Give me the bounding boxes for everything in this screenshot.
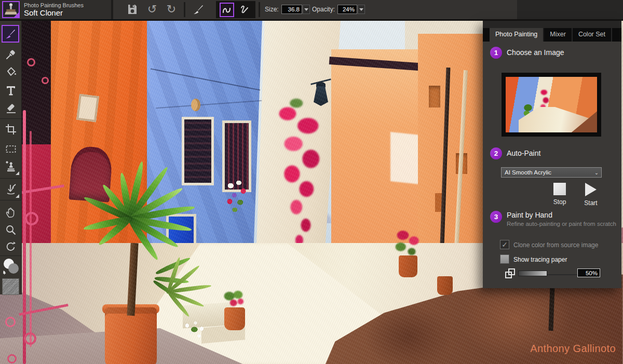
opacity-label: Opacity: [312, 6, 335, 13]
tool-mirror-paint[interactable] [2, 181, 20, 198]
scene-ornament [191, 99, 200, 111]
step-1-badge: 1 [490, 47, 502, 59]
artist-watermark: Anthony Gallinoto [530, 343, 616, 355]
scene-pot [399, 255, 417, 277]
step-2-badge: 2 [490, 147, 502, 159]
scene-fern [151, 253, 223, 316]
step-1-title: Choose an Image [507, 48, 564, 57]
tool-dropper[interactable] [2, 46, 20, 63]
stop-label: Stop [546, 198, 573, 206]
toolbar-separator [184, 2, 185, 17]
tracing-opacity-slider-fill[interactable] [518, 271, 547, 276]
size-dropdown-button[interactable] [303, 5, 310, 14]
hand-icon [5, 206, 17, 219]
size-label: Size: [265, 6, 279, 13]
tool-crop[interactable] [2, 120, 20, 138]
crop-icon [5, 123, 17, 136]
size-input[interactable]: 36.8 [281, 5, 302, 14]
zoom-icon [5, 224, 17, 236]
brush-category-label: Photo Painting Brushes [24, 2, 84, 9]
scene-window [429, 86, 440, 107]
start-label: Start [577, 199, 604, 207]
stop-icon [553, 183, 566, 195]
start-icon [585, 183, 597, 196]
straight-stroke-icon [239, 5, 250, 15]
tool-magnifier[interactable] [2, 221, 20, 239]
text-icon [5, 84, 17, 97]
stop-button[interactable]: Stop [546, 183, 573, 206]
photo-painting-panel: Photo Painting Mixer Color Set 1 Choose … [483, 21, 621, 288]
scene-plaque [76, 94, 99, 122]
brush-mode-button[interactable] [191, 2, 206, 17]
scene-pot [437, 276, 453, 295]
freehand-stroke-icon [222, 5, 232, 15]
tool-paint-bucket[interactable] [2, 63, 20, 81]
brush-icon [192, 3, 205, 16]
color-swap-control[interactable] [1, 258, 21, 276]
opacity-dropdown-button[interactable] [358, 5, 365, 14]
save-button[interactable] [125, 2, 140, 17]
scene-flower-box [222, 177, 252, 218]
panel-body: 1 Choose an Image 2 Auto-Paint AI Smooth… [483, 42, 621, 288]
toolbar-controls: ↺ ↻ [115, 0, 517, 19]
brush-selector[interactable]: Photo Painting Brushes Soft Cloner [0, 0, 113, 19]
tool-hand[interactable] [2, 204, 20, 221]
toolbox-divider [0, 178, 22, 179]
source-image-thumbnail[interactable] [502, 73, 601, 137]
tracing-paper-checkbox[interactable] [500, 254, 509, 264]
stamp-icon [3, 2, 19, 17]
freehand-stroke-button[interactable] [220, 3, 234, 17]
stroke-style-group [216, 1, 255, 18]
tool-brush[interactable] [2, 25, 19, 43]
tool-rotate-page[interactable] [2, 238, 20, 255]
color-swap-icon [1, 258, 21, 276]
opacity-input[interactable]: 24% [337, 5, 357, 14]
clone-color-checkbox[interactable]: ✓ [500, 240, 509, 249]
source-image-preview [506, 77, 597, 132]
tool-eraser[interactable] [2, 99, 20, 117]
redo-button[interactable]: ↻ [164, 2, 179, 17]
scene-white-flowers [179, 318, 215, 344]
eraser-icon [5, 102, 17, 114]
dropdown-arrow-icon [359, 8, 363, 11]
mirror-paint-icon [5, 183, 17, 196]
clone-color-label: Clone color from source image [513, 241, 598, 249]
straight-stroke-button[interactable] [237, 3, 252, 17]
undo-icon: ↺ [147, 3, 157, 16]
toolbar-right-filler [517, 0, 623, 19]
scene-bougainvillea [266, 99, 338, 249]
undo-button[interactable]: ↺ [145, 2, 159, 17]
toolbox-divider [0, 255, 22, 256]
tracing-paper-icon [505, 268, 517, 280]
tracing-opacity-value[interactable]: 50% [577, 268, 600, 277]
brush-name-label: Soft Cloner [24, 8, 84, 17]
scene-pot [224, 307, 245, 330]
clone-icon [5, 160, 17, 173]
autopaint-style-dropdown[interactable]: AI Smooth Acrylic ⌄ [501, 167, 602, 178]
rotate-icon [5, 240, 17, 253]
tool-rect-select[interactable] [2, 140, 20, 158]
tab-photo-painting[interactable]: Photo Painting [490, 28, 544, 42]
start-button[interactable]: Start [577, 183, 604, 207]
step-3-badge: 3 [490, 211, 502, 223]
autopaint-style-value: AI Smooth Acrylic [502, 169, 592, 176]
toolbar-separator [259, 2, 260, 17]
save-icon [127, 4, 138, 15]
scene-iron-curl [42, 77, 49, 84]
step-3-title: Paint by Hand [507, 211, 552, 219]
tool-palette [0, 21, 22, 294]
tracing-paper-label: Show tracing paper [513, 256, 567, 263]
brush-tool-icon [4, 28, 17, 40]
dropper-icon [5, 48, 17, 61]
toolbox-divider [0, 200, 22, 200]
paper-texture-swatch[interactable] [2, 278, 19, 295]
tab-color-set[interactable]: Color Set [573, 28, 612, 42]
toolbox-divider [0, 118, 22, 119]
scene-iron-curl [27, 58, 35, 66]
tool-text[interactable] [2, 82, 20, 99]
marquee-icon [5, 143, 17, 155]
tool-clone-stamp[interactable] [2, 158, 20, 176]
tab-mixer[interactable]: Mixer [544, 28, 573, 42]
brush-category-icon[interactable] [2, 1, 20, 18]
step-2-title: Auto-Paint [507, 149, 540, 157]
